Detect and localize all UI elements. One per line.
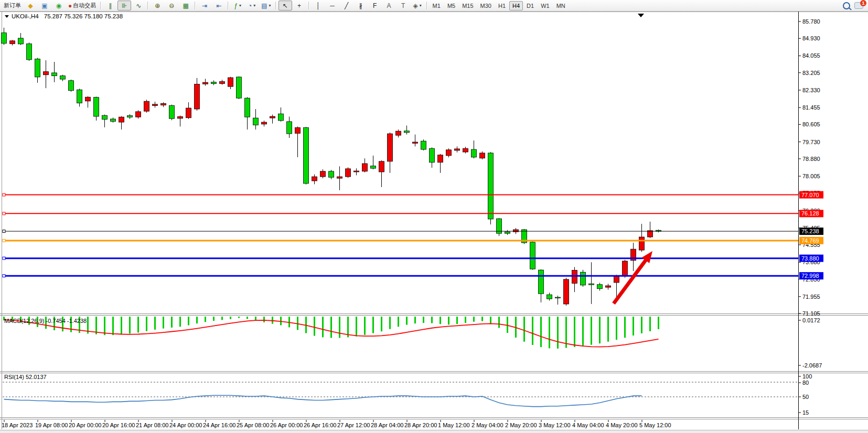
toolbar-separator (308, 2, 309, 9)
periods-button[interactable]: ◔▾ (245, 1, 259, 10)
zoom-out-icon-button[interactable]: ⊖ (165, 1, 178, 10)
chart-canvas[interactable]: 85.78084.93084.05583.20582.33081.45580.6… (0, 12, 868, 433)
toolbar-right-group: 1 (843, 2, 866, 9)
templates-button[interactable]: ▤▾ (259, 1, 273, 10)
text-label-glyph: T (401, 3, 405, 9)
candle-body (623, 261, 628, 276)
time-label: 20 Apr 16:00 (102, 422, 135, 428)
price-tick-label: 83.205 (802, 70, 820, 76)
fibonacci-button[interactable]: F (368, 1, 382, 10)
timeframe-m5-button[interactable]: M5 (444, 1, 458, 10)
time-label: 5 May 12:00 (639, 422, 671, 428)
timeframe-m15-button[interactable]: M15 (459, 1, 476, 10)
channel-button[interactable]: ∦ (354, 1, 368, 10)
templates-glyph: ▤ (261, 3, 267, 9)
candle-body (52, 73, 57, 76)
search-icon[interactable] (843, 2, 850, 9)
candle-body (371, 166, 376, 169)
level-anchor (3, 257, 5, 259)
horizontal-line-button[interactable]: ─ (326, 1, 339, 10)
timeframe-d1-button[interactable]: D1 (523, 1, 537, 10)
crosshair-button[interactable]: + (293, 1, 306, 10)
text-button[interactable]: A (382, 1, 396, 10)
candle-body (287, 122, 292, 134)
signals-icon-button[interactable]: ◉ (52, 1, 66, 10)
timeframe-m1-button[interactable]: M1 (430, 1, 444, 10)
price-tick-label: 78.005 (802, 173, 820, 179)
price-badge-label: 72.998 (801, 273, 819, 279)
indicators-button[interactable]: ƒ▾ (231, 1, 244, 10)
candle-body (253, 118, 259, 125)
tile-windows-icon-glyph: ▦ (183, 3, 189, 9)
time-label: 26 Apr 00:00 (270, 422, 303, 428)
price-tick-label: 71.105 (802, 310, 820, 317)
timeframe-h1-button[interactable]: H1 (495, 1, 509, 10)
auto-scroll-icon-button[interactable]: ⇥ (198, 1, 211, 10)
time-label: 4 May 04:00 (572, 422, 604, 428)
candlestick-chart-icon-glyph: ⊪ (122, 3, 127, 9)
cursor-glyph: ↖ (283, 3, 288, 9)
toolbar: 新订单◆▣◉●自动交易∥⊪∿⊕⊖▦⇥⇤ƒ▾◔▾▤▾↖+│─╱∦FAT◈▾M1M5… (0, 0, 868, 12)
toolbar-separator (228, 2, 229, 9)
vertical-line-glyph: │ (316, 3, 320, 9)
candle-body (614, 276, 619, 283)
price-tick-label: 84.055 (802, 52, 820, 59)
candle-body (94, 98, 99, 116)
cursor-button[interactable]: ↖ (278, 1, 292, 10)
rsi-level-label: 15 (802, 409, 809, 416)
candle-body (404, 131, 410, 133)
candle-body (379, 161, 384, 172)
history-center-icon-button[interactable]: ◆ (24, 1, 37, 10)
candle-body (354, 171, 359, 172)
rsi-label: RSI(14) 52.0137 (4, 374, 47, 380)
text-glyph: A (387, 3, 391, 9)
trendline-button[interactable]: ╱ (340, 1, 353, 10)
candle-body (186, 108, 191, 118)
timeframe-mn-button[interactable]: MN (553, 1, 569, 10)
new-order-button-label: 新订单 (4, 2, 21, 9)
signals-icon-glyph: ◉ (56, 3, 61, 9)
candle-body (18, 38, 24, 44)
auto-trading-glyph: ● (68, 3, 72, 9)
arrows-button[interactable]: ◈▾ (411, 1, 424, 10)
macd-min-label: -2.0687 (802, 362, 822, 369)
zoom-in-icon-button[interactable]: ⊕ (151, 1, 164, 10)
timeframe-h4-button[interactable]: H4 (509, 1, 523, 10)
chart-shift-icon-button[interactable]: ⇤ (212, 1, 226, 10)
price-badge-label: 77.070 (801, 192, 819, 198)
price-badge-label: 75.238 (801, 228, 819, 234)
candle-body (421, 141, 426, 149)
timeframe-m30-button[interactable]: M30 (477, 1, 495, 10)
text-label-button[interactable]: T (397, 1, 410, 10)
auto-trading-button[interactable]: ●自动交易 (66, 1, 98, 10)
candle-body (169, 105, 175, 118)
candle-body (337, 177, 342, 178)
candle-body (111, 119, 116, 122)
time-label: 24 Apr 16:00 (203, 422, 235, 428)
time-label: 27 Apr 12:00 (337, 422, 370, 428)
tile-windows-icon-button[interactable]: ▦ (179, 1, 192, 10)
chat-icon[interactable]: 1 (854, 2, 863, 9)
candle-body (144, 101, 149, 111)
candlestick-chart-icon-button[interactable]: ⊪ (117, 1, 131, 10)
profile-icon-button[interactable]: ▣ (38, 1, 51, 10)
new-order-button[interactable]: 新订单 (2, 1, 23, 10)
toolbar-separator (426, 2, 427, 9)
time-label: 2 May 04:00 (471, 422, 503, 428)
bar-chart-icon-button[interactable]: ∥ (103, 1, 117, 10)
time-label: 26 Apr 16:00 (304, 422, 336, 428)
candle-body (278, 114, 284, 121)
candle-body (480, 153, 485, 158)
chevron-down-icon: ▾ (239, 3, 241, 8)
price-tick-label: 81.455 (802, 104, 820, 111)
level-anchor (3, 193, 5, 196)
chart-shift-icon-glyph: ⇤ (216, 3, 221, 9)
chart-background (0, 12, 868, 433)
time-label: 28 Apr 04:00 (371, 422, 403, 428)
candle-body (589, 284, 594, 285)
vertical-line-button[interactable]: │ (312, 1, 325, 10)
candle-body (69, 81, 74, 91)
line-chart-icon-button[interactable]: ∿ (132, 1, 145, 10)
price-tick-label: 84.930 (802, 35, 820, 41)
timeframe-w1-button[interactable]: W1 (538, 1, 553, 10)
